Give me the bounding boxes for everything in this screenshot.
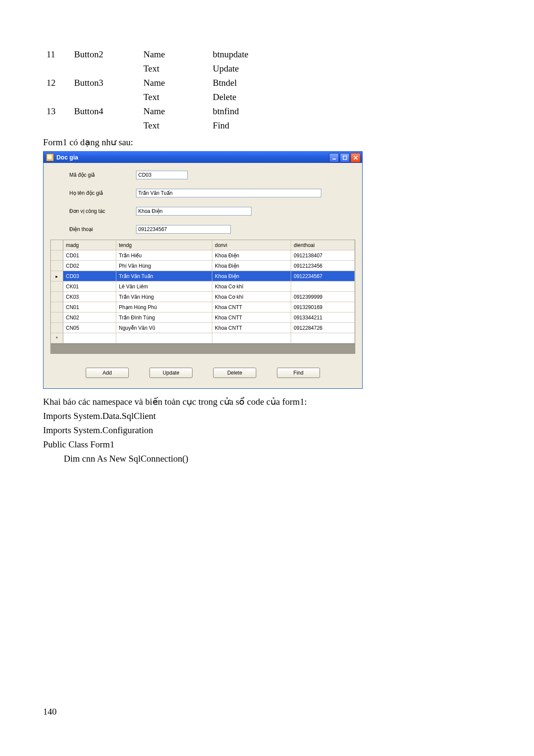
grid-cell[interactable]: CD03: [63, 271, 116, 281]
grid-row-header[interactable]: [51, 292, 63, 302]
prop-control: Button2: [71, 47, 140, 76]
grid-cell[interactable]: Nguyễn Văn Vũ: [116, 323, 212, 333]
titlebar[interactable]: Doc gia: [43, 152, 362, 163]
grid-cell[interactable]: 0912138407: [291, 250, 355, 261]
grid-cell[interactable]: [291, 281, 355, 292]
code-line: Dim cnn As New SqlConnection(): [43, 453, 491, 464]
close-button[interactable]: [351, 153, 360, 162]
update-button[interactable]: Update: [149, 368, 192, 378]
code-line: Imports System.Configuration: [43, 425, 491, 436]
grid-cell[interactable]: CN01: [63, 302, 116, 312]
grid-cell[interactable]: CN05: [63, 323, 116, 333]
donvi-input[interactable]: [136, 207, 251, 216]
form-caption: Form1 có dạng như sau:: [43, 137, 491, 148]
grid-header[interactable]: madg: [63, 240, 116, 250]
window-title: Doc gia: [56, 154, 78, 161]
grid-cell[interactable]: Khoa Điện: [212, 250, 291, 261]
delete-button[interactable]: Delete: [213, 368, 256, 378]
grid-cell[interactable]: Khoa Cơ khí: [212, 292, 291, 302]
prop-name: Text: [140, 62, 209, 76]
grid-cell[interactable]: [63, 333, 116, 344]
grid-cell[interactable]: Khoa CNTT: [212, 323, 291, 333]
dienthoai-label: Điện thoại: [69, 226, 136, 232]
grid-cell[interactable]: 0913290169: [291, 302, 355, 312]
prop-value: Delete: [209, 90, 294, 104]
grid-cell[interactable]: CN02: [63, 312, 116, 323]
grid-footer-bar: [51, 344, 355, 353]
madg-label: Mã độc giả: [69, 172, 136, 178]
prop-control: Button3: [71, 76, 140, 104]
minimize-button[interactable]: [329, 153, 339, 162]
grid-cell[interactable]: Khoa CNTT: [212, 302, 291, 312]
tendg-label: Họ tên độc giả: [69, 190, 136, 196]
prop-value: Btndel: [209, 76, 294, 90]
dienthoai-input[interactable]: [136, 225, 231, 234]
tendg-input[interactable]: [136, 189, 321, 197]
prop-name: Text: [140, 90, 209, 104]
prop-num: 11: [43, 47, 71, 76]
grid-corner: [51, 240, 63, 250]
add-button[interactable]: Add: [86, 368, 129, 378]
grid-cell[interactable]: CD02: [63, 261, 116, 271]
data-grid[interactable]: madgtendgdonvidienthoaiCD01Trần HiếuKhoa…: [50, 240, 355, 354]
page-number: 140: [43, 706, 57, 717]
grid-cell[interactable]: Khoa CNTT: [212, 312, 291, 323]
prop-num: 13: [43, 104, 71, 133]
prop-name: Text: [140, 119, 209, 133]
code-line: Public Class Form1: [43, 439, 491, 450]
grid-cell[interactable]: CD01: [63, 250, 116, 261]
grid-row-header[interactable]: [51, 323, 63, 333]
grid-row-header[interactable]: [51, 250, 63, 261]
grid-header[interactable]: dienthoai: [291, 240, 355, 250]
grid-new-row[interactable]: *: [51, 333, 63, 344]
grid-cell[interactable]: Trần Văn Tuấn: [116, 271, 212, 281]
prop-name: Name: [140, 47, 209, 62]
grid-cell[interactable]: Trần Hiếu: [116, 250, 212, 261]
prop-value: btnfind: [209, 104, 294, 119]
grid-cell[interactable]: 0912284726: [291, 323, 355, 333]
grid-cell[interactable]: 0912399999: [291, 292, 355, 302]
donvi-label: Đơn vị công tác: [69, 208, 136, 214]
grid-cell[interactable]: [212, 333, 291, 344]
code-line: Imports System.Data.SqlClient: [43, 411, 491, 422]
grid-row-header[interactable]: ▸: [51, 271, 63, 281]
grid-header[interactable]: donvi: [212, 240, 291, 250]
grid-cell[interactable]: Khoa Điện: [212, 261, 291, 271]
code-line: Khai báo các namespace và biến toàn cục …: [43, 397, 491, 407]
app-icon: [46, 153, 54, 161]
grid-cell[interactable]: 0913344211: [291, 312, 355, 323]
grid-row-header[interactable]: [51, 312, 63, 323]
madg-input[interactable]: [136, 171, 188, 179]
grid-cell[interactable]: Phạm Hùng Phú: [116, 302, 212, 312]
grid-cell[interactable]: Phí Văn Hùng: [116, 261, 212, 271]
grid-cell[interactable]: Lê Văn Liêm: [116, 281, 212, 292]
svg-rect-1: [343, 156, 347, 159]
prop-value: btnupdate: [209, 47, 294, 62]
prop-value: Update: [209, 62, 294, 76]
prop-value: Find: [209, 119, 294, 133]
grid-row-header[interactable]: [51, 261, 63, 271]
find-button[interactable]: Find: [277, 368, 320, 378]
grid-cell[interactable]: [116, 333, 212, 344]
grid-row-header[interactable]: [51, 302, 63, 312]
grid-cell[interactable]: 0912123456: [291, 261, 355, 271]
grid-cell[interactable]: [291, 333, 355, 344]
maximize-button[interactable]: [340, 153, 350, 162]
form-window: Doc gia Mã độc giả Họ tê: [43, 151, 363, 389]
grid-cell[interactable]: Khoa Điện: [212, 271, 291, 281]
grid-cell[interactable]: Khoa Cơ khí: [212, 281, 291, 292]
grid-cell[interactable]: Trần Văn Hùng: [116, 292, 212, 302]
code-text: Khai báo các namespace và biến toàn cục …: [43, 397, 491, 464]
prop-name: Name: [140, 104, 209, 119]
prop-num: 12: [43, 76, 71, 104]
prop-name: Name: [140, 76, 209, 90]
properties-table: 11Button2NamebtnupdateTextUpdate12Button…: [43, 47, 294, 133]
grid-header[interactable]: tendg: [116, 240, 212, 250]
grid-cell[interactable]: CK01: [63, 281, 116, 292]
grid-cell[interactable]: Trần Đình Tùng: [116, 312, 212, 323]
prop-control: Button4: [71, 104, 140, 133]
svg-rect-0: [332, 159, 336, 159]
grid-row-header[interactable]: [51, 281, 63, 292]
grid-cell[interactable]: 0912234567: [291, 271, 355, 281]
grid-cell[interactable]: CK03: [63, 292, 116, 302]
